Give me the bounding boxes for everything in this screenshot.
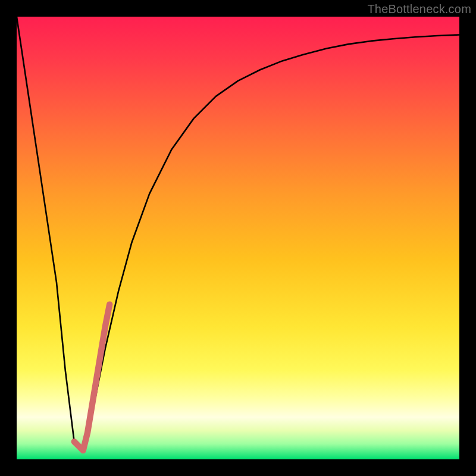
bottleneck-curve-svg (17, 17, 459, 459)
plot-area (17, 17, 459, 459)
chart-frame: TheBottleneck.com (0, 0, 476, 476)
watermark-text: TheBottleneck.com (367, 2, 471, 16)
bottleneck-curve (17, 17, 459, 450)
accent-segment (74, 305, 110, 451)
